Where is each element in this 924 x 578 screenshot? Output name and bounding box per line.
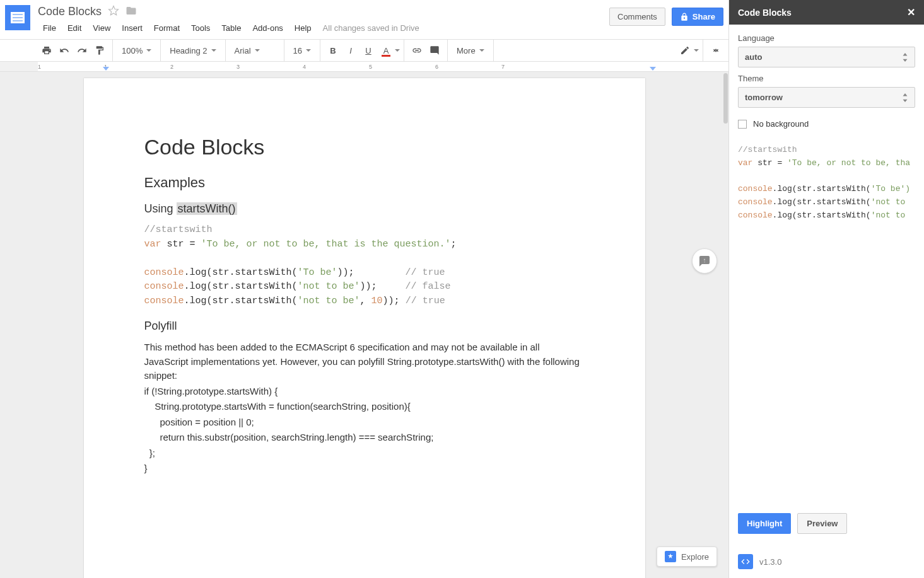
indent-marker[interactable] [103, 67, 109, 71]
docs-logo[interactable] [5, 5, 30, 30]
margin-marker[interactable] [650, 67, 656, 71]
more-select[interactable]: More [452, 42, 489, 59]
folder-icon[interactable] [126, 5, 137, 18]
menu-edit[interactable]: Edit [62, 21, 86, 35]
highlight-button[interactable]: Highlight [738, 513, 791, 534]
doc-heading-1: Code Blocks [144, 135, 585, 159]
menu-addons[interactable]: Add-ons [247, 21, 288, 35]
menu-table[interactable]: Table [216, 21, 246, 35]
sidebar-code-preview: //startswith var str = 'To be, or not to… [738, 144, 915, 223]
add-comment-fab[interactable] [692, 248, 717, 274]
doc-heading-3-polyfill: Polyfill [144, 320, 585, 333]
text-color-icon[interactable]: A [377, 42, 395, 59]
language-select[interactable]: auto [738, 47, 915, 67]
doc-code-line: position = position || 0; [144, 415, 585, 430]
menu-view[interactable]: View [88, 21, 115, 35]
addon-sidebar: Code Blocks ✕ Language auto Theme tomorr… [728, 0, 924, 578]
share-button[interactable]: Share [672, 8, 723, 26]
undo-icon[interactable] [56, 42, 73, 59]
doc-title[interactable]: Code Blocks [38, 5, 102, 18]
language-label: Language [738, 33, 915, 43]
save-status: All changes saved in Drive [318, 21, 424, 35]
paint-format-icon[interactable] [91, 42, 108, 59]
doc-heading-2: Examples [144, 175, 585, 191]
edit-mode-icon[interactable] [676, 42, 694, 59]
lock-icon [680, 13, 689, 21]
svg-rect-1 [702, 260, 707, 261]
explore-button[interactable]: Explore [657, 546, 717, 567]
menu-file[interactable]: File [38, 21, 61, 35]
doc-paragraph: This method has been added to the ECMASc… [144, 340, 585, 383]
font-select[interactable]: Arial [230, 42, 280, 59]
ruler: 1 1 2 3 4 5 6 7 [0, 62, 728, 72]
menu-bar: File Edit View Insert Format Tools Table… [38, 21, 609, 35]
sidebar-header: Code Blocks ✕ [729, 0, 924, 25]
doc-code-line: }; [144, 446, 585, 461]
document-area[interactable]: Code Blocks Examples Using startsWith() … [0, 72, 728, 578]
link-icon[interactable] [408, 42, 426, 59]
menu-tools[interactable]: Tools [186, 21, 215, 35]
toolbar: 100% Heading 2 Arial 16 B I U A [0, 39, 728, 62]
sidebar-title: Code Blocks [738, 8, 792, 18]
close-icon[interactable]: ✕ [907, 6, 915, 18]
preview-button[interactable]: Preview [797, 513, 847, 534]
font-size-select[interactable]: 16 [288, 42, 316, 59]
doc-code-line: } [144, 461, 585, 476]
doc-heading-3: Using startsWith() [144, 202, 585, 216]
version-label: v1.3.0 [759, 557, 781, 567]
no-background-label: No background [753, 119, 809, 129]
expand-icon[interactable] [707, 42, 725, 59]
no-background-checkbox[interactable] [738, 120, 747, 129]
svg-rect-2 [702, 262, 705, 262]
addon-icon [738, 554, 753, 569]
style-select[interactable]: Heading 2 [165, 42, 221, 59]
comment-icon[interactable] [426, 42, 443, 59]
underline-icon[interactable]: U [360, 42, 377, 59]
theme-label: Theme [738, 74, 915, 83]
document-page[interactable]: Code Blocks Examples Using startsWith() … [84, 78, 645, 578]
menu-help[interactable]: Help [289, 21, 317, 35]
redo-icon[interactable] [73, 42, 91, 59]
explore-label: Explore [681, 552, 709, 562]
doc-code-line: String.prototype.startsWith = function(s… [144, 400, 585, 414]
star-icon[interactable] [108, 5, 119, 18]
share-label: Share [693, 12, 715, 21]
theme-select[interactable]: tomorrow [738, 87, 915, 108]
doc-code-line: if (!String.prototype.startsWith) { [144, 384, 585, 399]
bold-icon[interactable]: B [324, 42, 342, 59]
doc-code-line: return this.substr(position, searchStrin… [144, 431, 585, 445]
explore-icon [665, 551, 676, 562]
print-icon[interactable] [38, 42, 56, 59]
svg-rect-0 [702, 258, 707, 259]
zoom-select[interactable]: 100% [117, 42, 156, 59]
comments-button[interactable]: Comments [609, 8, 665, 26]
scrollbar[interactable] [723, 73, 728, 124]
italic-icon[interactable]: I [342, 42, 360, 59]
menu-format[interactable]: Format [149, 21, 185, 35]
menu-insert[interactable]: Insert [117, 21, 148, 35]
code-block-1: //startswith var str = 'To be, or not to… [144, 223, 585, 308]
